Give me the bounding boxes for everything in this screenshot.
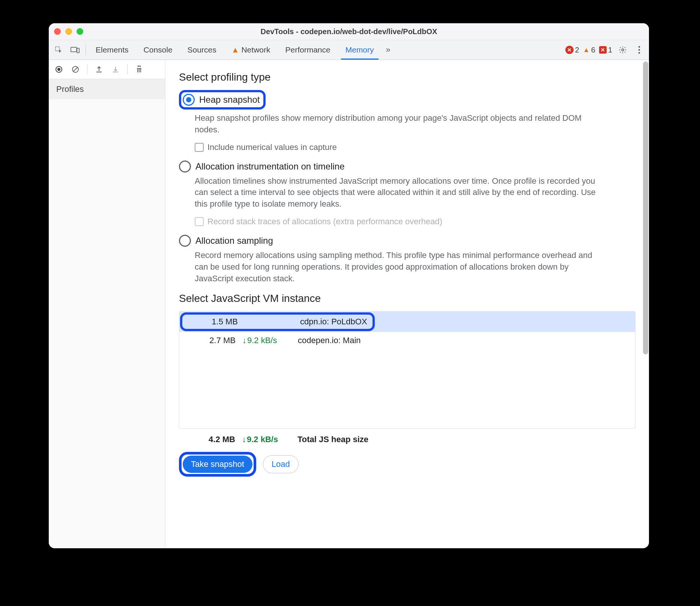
window-title: DevTools - codepen.io/web-dot-dev/live/P…: [49, 27, 649, 36]
divider: [86, 45, 86, 55]
option-label: Allocation sampling: [195, 236, 273, 246]
record-button[interactable]: [52, 62, 66, 76]
total-label: Total JS heap size: [297, 435, 368, 444]
table-empty-space: [179, 349, 635, 428]
tab-elements[interactable]: Elements: [89, 40, 135, 60]
radio-allocation-sampling[interactable]: Allocation sampling: [179, 235, 635, 247]
devtools-tabs: Elements Console Sources ▲ Network Perfo…: [49, 40, 649, 60]
vm-row-selected[interactable]: 1.5 MB cdpn.io: PoLdbOX: [179, 312, 635, 332]
device-toolbar-icon[interactable]: [68, 42, 83, 57]
issues-count: 1: [608, 46, 612, 54]
down-arrow-icon: ↓: [242, 435, 246, 444]
warnings-indicator[interactable]: ▲ 6: [583, 46, 595, 54]
errors-count: 2: [575, 46, 579, 54]
checkbox-icon: [195, 143, 204, 152]
highlight-ring: 1.5 MB cdpn.io: PoLdbOX: [180, 312, 375, 331]
vm-totals-row: 4.2 MB ↓ 9.2 kB/s Total JS heap size: [179, 429, 635, 447]
divider: [87, 64, 87, 74]
checkbox-record-stack-traces: Record stack traces of allocations (extr…: [195, 217, 635, 226]
collect-garbage-button[interactable]: [132, 62, 146, 76]
checkbox-label: Record stack traces of allocations (extr…: [207, 217, 442, 226]
radio-heap-snapshot[interactable]: Heap snapshot: [183, 94, 260, 106]
svg-line-10: [73, 67, 78, 72]
status-indicators: ✕ 2 ▲ 6 ✕ 1: [565, 46, 614, 54]
settings-button[interactable]: [615, 42, 630, 57]
checkbox-icon: [195, 217, 204, 226]
warnings-count: 6: [591, 46, 595, 54]
radio-icon: [179, 235, 191, 247]
svg-point-4: [638, 46, 640, 48]
more-tabs-button[interactable]: »: [382, 45, 394, 55]
checkbox-include-numerical[interactable]: Include numerical values in capture: [195, 142, 635, 152]
tab-sources[interactable]: Sources: [181, 40, 223, 60]
vm-size: 1.5 MB: [193, 317, 238, 327]
option-description: Allocation timelines show instrumented J…: [195, 176, 600, 210]
option-description: Heap snapshot profiles show memory distr…: [195, 112, 600, 136]
actions-row: Take snapshot Load: [179, 452, 635, 477]
issue-icon: ✕: [599, 46, 607, 54]
take-snapshot-button[interactable]: Take snapshot: [183, 456, 252, 473]
vm-instance-heading: Select JavaScript VM instance: [179, 292, 635, 304]
option-label: Heap snapshot: [199, 94, 260, 105]
vm-name: cdpn.io: PoLdbOX: [300, 317, 367, 327]
svg-point-3: [622, 49, 624, 51]
more-options-button[interactable]: [632, 42, 647, 57]
radio-icon: [179, 160, 191, 172]
download-button[interactable]: [108, 62, 123, 76]
tab-network[interactable]: ▲ Network: [225, 40, 277, 60]
window-close-button[interactable]: [54, 28, 61, 35]
checkbox-label: Include numerical values in capture: [207, 142, 337, 152]
profiles-toolbar: [49, 60, 165, 79]
window-titlebar: DevTools - codepen.io/web-dot-dev/live/P…: [49, 23, 649, 40]
window-minimize-button[interactable]: [65, 28, 72, 35]
down-arrow-icon: ↓: [242, 336, 246, 345]
option-allocation-sampling: Allocation sampling Record memory alloca…: [179, 235, 635, 284]
vm-size: 2.7 MB: [191, 336, 236, 345]
vm-row[interactable]: 2.7 MB ↓ 9.2 kB/s codepen.io: Main: [179, 332, 635, 349]
vm-instance-table: 1.5 MB cdpn.io: PoLdbOX 2.7 MB ↓ 9.2 kB/…: [179, 311, 635, 429]
tab-console[interactable]: Console: [137, 40, 179, 60]
issues-indicator[interactable]: ✕ 1: [599, 46, 612, 54]
tab-memory[interactable]: Memory: [339, 40, 381, 60]
devtools-window: DevTools - codepen.io/web-dot-dev/live/P…: [49, 23, 649, 548]
option-label: Allocation instrumentation on timeline: [195, 161, 345, 172]
option-description: Record memory allocations using sampling…: [195, 250, 600, 284]
scrollbar-thumb[interactable]: [643, 62, 648, 354]
tab-network-label: Network: [241, 45, 270, 54]
warning-icon: ▲: [231, 45, 239, 54]
radio-icon: [183, 94, 195, 106]
highlight-ring: Take snapshot: [179, 452, 256, 477]
window-maximize-button[interactable]: [77, 28, 83, 35]
clear-button[interactable]: [68, 62, 83, 76]
svg-point-5: [638, 49, 640, 51]
total-size: 4.2 MB: [190, 435, 235, 444]
tab-performance[interactable]: Performance: [278, 40, 337, 60]
errors-indicator[interactable]: ✕ 2: [565, 46, 579, 54]
svg-point-6: [638, 52, 640, 54]
total-rate: ↓ 9.2 kB/s: [242, 435, 291, 444]
warning-icon: ▲: [583, 46, 590, 54]
profiling-type-heading: Select profiling type: [179, 71, 635, 83]
inspect-element-icon[interactable]: [51, 42, 66, 57]
traffic-lights: [54, 28, 83, 35]
radio-allocation-timeline[interactable]: Allocation instrumentation on timeline: [179, 160, 635, 172]
svg-rect-2: [77, 48, 79, 53]
option-allocation-timeline: Allocation instrumentation on timeline A…: [179, 160, 635, 226]
memory-panel: Select profiling type Heap snapshot He: [165, 60, 649, 548]
option-heap-snapshot: Heap snapshot Heap snapshot profiles sho…: [179, 90, 635, 152]
svg-point-8: [57, 68, 60, 71]
svg-rect-1: [71, 47, 77, 52]
load-button[interactable]: Load: [263, 455, 299, 473]
sidebar-item-profiles[interactable]: Profiles: [49, 79, 165, 99]
upload-button[interactable]: [92, 62, 106, 76]
vm-rate: ↓ 9.2 kB/s: [242, 336, 291, 345]
vm-name: codepen.io: Main: [298, 336, 630, 345]
divider: [127, 64, 128, 74]
error-icon: ✕: [565, 46, 574, 54]
highlight-ring: Heap snapshot: [179, 90, 266, 110]
scrollbar[interactable]: [643, 62, 648, 354]
